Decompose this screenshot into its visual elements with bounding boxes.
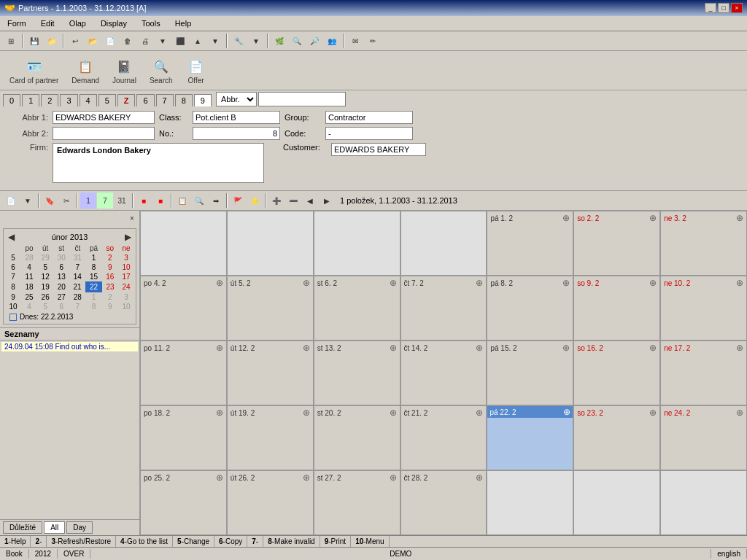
tb-cal-flag[interactable]: 🚩 <box>230 192 246 209</box>
menu-tools[interactable]: Tools <box>137 18 165 29</box>
menu-display[interactable]: Display <box>96 18 131 29</box>
new-entry-btn[interactable]: 📄 <box>3 192 19 209</box>
tb-btn3[interactable]: 📄 <box>102 33 118 49</box>
kb-2[interactable]: 2- <box>31 536 47 547</box>
tb-arrow-down[interactable]: ▼ <box>207 33 223 49</box>
add-event-23[interactable]: ⊕ <box>649 408 657 418</box>
tb-redo-btn[interactable]: 📂 <box>85 33 101 49</box>
tab-0[interactable]: 0 <box>3 94 20 106</box>
tab-7[interactable]: 7 <box>156 94 174 106</box>
cal-day[interactable]: 27 <box>53 292 69 303</box>
cal-day[interactable]: 28 <box>21 253 37 262</box>
tab-z[interactable]: Z <box>117 94 136 106</box>
class-input[interactable] <box>193 111 280 124</box>
add-event-27[interactable]: ⊕ <box>390 472 397 483</box>
cal-day[interactable]: 16 <box>102 272 118 282</box>
cal-day[interactable]: 8 <box>85 262 101 272</box>
add-event-5[interactable]: ⊕ <box>303 278 310 288</box>
tb-dropdown-btn[interactable]: ▼ <box>20 192 36 209</box>
tb-offer[interactable]: 📄 Offer <box>181 54 212 87</box>
tb-arrow-up[interactable]: ▲ <box>190 33 206 49</box>
tb-cal-btn4[interactable]: ➡ <box>208 192 224 209</box>
add-event-3[interactable]: ⊕ <box>736 213 743 223</box>
kb-6[interactable]: 6-Copy <box>214 536 247 547</box>
add-event-7[interactable]: ⊕ <box>476 278 483 288</box>
add-event-18[interactable]: ⊕ <box>216 408 223 418</box>
abbr-search-input[interactable] <box>258 92 346 106</box>
tb-journal[interactable]: 📓 Journal <box>107 54 142 87</box>
kb-1[interactable]: 1-Help <box>0 536 31 547</box>
close-panel-btn[interactable]: × <box>126 212 138 224</box>
tb-cal-left[interactable]: ◀ <box>302 192 318 209</box>
add-event-19[interactable]: ⊕ <box>303 408 310 418</box>
cal-day[interactable]: 20 <box>53 282 69 292</box>
cal-day[interactable]: 1 <box>85 253 101 262</box>
tab-9[interactable]: 9 <box>194 94 212 106</box>
add-event-12[interactable]: ⊕ <box>303 343 310 353</box>
tb-new-btn[interactable]: ⊞ <box>3 33 19 49</box>
cal-day[interactable]: 2 <box>102 253 118 262</box>
menu-help[interactable]: Help <box>171 18 196 29</box>
tb-month-btn[interactable]: 31 <box>114 192 130 209</box>
kb-7[interactable]: 7- <box>247 536 263 547</box>
tab-5[interactable]: 5 <box>98 94 116 106</box>
tb-edit-btn[interactable]: ✏ <box>365 33 381 49</box>
tab-6[interactable]: 6 <box>136 94 154 106</box>
close-button[interactable]: × <box>731 3 743 13</box>
tb-week-btn[interactable]: 7 <box>97 192 113 209</box>
tb-cal-btn3[interactable]: 📋 <box>174 192 190 209</box>
minimize-button[interactable]: _ <box>705 3 716 13</box>
cal-day[interactable]: 2 <box>102 292 118 303</box>
cal-day[interactable]: 9 <box>102 262 118 272</box>
kb-5[interactable]: 5-Change <box>173 536 214 547</box>
tb-cal-right[interactable]: ▶ <box>319 192 335 209</box>
tb-cal-star[interactable]: ⭐ <box>247 192 263 209</box>
tb-search-btn[interactable]: 🌿 <box>271 33 287 49</box>
cal-day[interactable]: 9 <box>102 302 118 311</box>
tb-btn6[interactable]: 🔧 <box>231 33 247 49</box>
cal-day[interactable]: 4 <box>21 302 37 311</box>
tab-1[interactable]: 1 <box>22 94 39 106</box>
tb-btn2[interactable]: 📁 <box>44 33 60 49</box>
add-event-4[interactable]: ⊕ <box>216 278 223 288</box>
cal-day[interactable]: 6 <box>53 302 69 311</box>
cal-day[interactable]: 18 <box>21 282 37 292</box>
left-tab-day[interactable]: Day <box>66 521 93 534</box>
cal-day[interactable]: 21 <box>69 282 85 292</box>
next-month-btn[interactable]: ▶ <box>125 232 131 242</box>
add-event-15[interactable]: ⊕ <box>562 343 570 353</box>
customer-input[interactable] <box>331 143 426 156</box>
kb-4[interactable]: 4-Go to the list <box>116 536 173 547</box>
add-event-11[interactable]: ⊕ <box>216 343 223 353</box>
tb-btn5[interactable]: 🖨 <box>137 33 153 49</box>
cal-day[interactable]: 3 <box>118 292 134 303</box>
kb-3[interactable]: 3-Refresh/Restore <box>47 536 116 547</box>
kb-9[interactable]: 9-Print <box>320 536 351 547</box>
cal-day[interactable]: 10 <box>118 262 134 272</box>
tb-cal-red1[interactable]: ■ <box>136 192 152 209</box>
menu-olap[interactable]: Olap <box>65 18 90 29</box>
tb-search[interactable]: 🔍 Search <box>144 54 178 87</box>
cal-day-selected[interactable]: 22 <box>85 282 101 292</box>
cal-day[interactable]: 14 <box>69 272 85 282</box>
tb-cal-search[interactable]: 🔍 <box>191 192 207 209</box>
add-event-25[interactable]: ⊕ <box>216 472 223 483</box>
add-event-28[interactable]: ⊕ <box>476 472 483 483</box>
tab-4[interactable]: 4 <box>80 94 97 106</box>
cal-day[interactable]: 24 <box>118 282 134 292</box>
cal-day[interactable]: 13 <box>53 272 69 282</box>
tb-day-btn[interactable]: 1 <box>80 192 96 209</box>
tb-filter2-btn[interactable]: ⬛ <box>172 33 188 49</box>
cal-day[interactable]: 29 <box>37 253 53 262</box>
add-event-2[interactable]: ⊕ <box>649 213 657 223</box>
cal-day[interactable]: 5 <box>37 262 53 272</box>
add-event-20[interactable]: ⊕ <box>390 408 397 418</box>
tb-demand[interactable]: 📋 Demand <box>66 54 104 87</box>
menu-form[interactable]: Form <box>3 18 31 29</box>
tb-mail-btn[interactable]: ✉ <box>347 33 363 49</box>
cal-day[interactable]: 4 <box>21 262 37 272</box>
abbr2-input[interactable] <box>53 127 155 140</box>
prev-month-btn[interactable]: ◀ <box>8 232 15 242</box>
tb-cal-add[interactable]: ➕ <box>268 192 285 209</box>
tb-btn4[interactable]: 🗑 <box>120 33 136 49</box>
